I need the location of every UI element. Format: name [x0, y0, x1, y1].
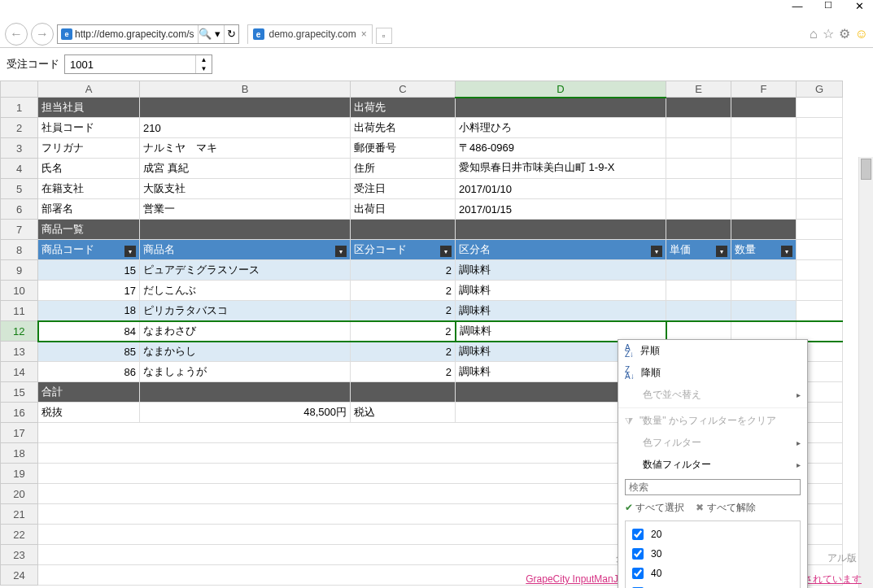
filter-icon[interactable]: ▾: [651, 246, 662, 257]
cell-A6[interactable]: 部署名: [38, 199, 140, 220]
filter-sort-asc[interactable]: AZ↓ 昇順: [618, 340, 807, 362]
cell-B14[interactable]: なましょうが: [140, 362, 351, 382]
col-A[interactable]: A: [38, 81, 140, 98]
rowhdr-10[interactable]: 10: [1, 281, 38, 301]
cell-A1[interactable]: 担当社員: [38, 98, 140, 118]
order-code-spinner[interactable]: ▲ ▼: [64, 54, 212, 74]
cell-B15[interactable]: [140, 382, 351, 403]
cell-G12[interactable]: [797, 321, 843, 342]
rowhdr-11[interactable]: 11: [1, 301, 38, 321]
cell-E3[interactable]: [666, 138, 731, 159]
rowhdr-15[interactable]: 15: [1, 382, 38, 403]
cell-B4[interactable]: 成宮 真紀: [140, 159, 351, 179]
cell-B9[interactable]: ピュアデミグラスソース: [140, 260, 351, 281]
cell-D1[interactable]: [456, 98, 666, 118]
scrollbar-thumb[interactable]: [861, 159, 871, 180]
filter-icon[interactable]: ▾: [440, 246, 452, 257]
filter-option[interactable]: 20: [629, 525, 797, 544]
cell-D10[interactable]: 調味料: [456, 281, 666, 301]
cell-F10[interactable]: [731, 281, 797, 301]
cell-B11[interactable]: ピリカラタバスコ: [140, 301, 351, 321]
cell-G8[interactable]: [797, 240, 843, 260]
cell-F2[interactable]: [731, 118, 797, 138]
cell-C13[interactable]: 2: [351, 342, 456, 362]
cell-E8[interactable]: 単価▾: [666, 240, 731, 260]
cell-F8[interactable]: 数量▾: [731, 240, 797, 260]
cell-C12[interactable]: 2: [351, 321, 456, 342]
cell-G1[interactable]: [797, 98, 843, 118]
filter-checkbox[interactable]: [632, 529, 644, 540]
smiley-icon[interactable]: ☺: [855, 27, 868, 41]
minimize-button[interactable]: —: [790, 0, 805, 12]
cell-B3[interactable]: ナルミヤ マキ: [140, 138, 351, 159]
cell-A10[interactable]: 17: [38, 281, 140, 301]
cell-B10[interactable]: だしこんぶ: [140, 281, 351, 301]
filter-icon[interactable]: ▾: [335, 246, 347, 257]
cell-C11[interactable]: 2: [351, 301, 456, 321]
filter-option[interactable]: 50: [629, 583, 797, 588]
cell-E2[interactable]: [666, 118, 731, 138]
tab-active[interactable]: demo.grapecity.com ×: [247, 24, 373, 44]
order-code-input[interactable]: [65, 55, 195, 73]
cell-F5[interactable]: [731, 179, 797, 199]
filter-search-input[interactable]: [625, 479, 801, 495]
cell-C15[interactable]: [351, 382, 456, 403]
filter-sort-desc[interactable]: ZA↓ 降順: [618, 362, 807, 384]
address-bar[interactable]: e http://demo.grapecity.com/s 🔍 ▾ ↻: [57, 24, 239, 44]
maximize-button[interactable]: ☐: [821, 0, 836, 11]
cell-B1[interactable]: [140, 98, 351, 118]
filter-icon[interactable]: ▾: [124, 246, 136, 257]
cell-G7[interactable]: [797, 220, 843, 240]
favorites-icon[interactable]: ☆: [823, 26, 834, 41]
cell-C7[interactable]: [351, 220, 456, 240]
cell-E9[interactable]: [666, 260, 731, 281]
cell-F4[interactable]: [731, 159, 797, 179]
cell-B5[interactable]: 大阪支社: [140, 179, 351, 199]
cell-D7[interactable]: [456, 220, 666, 240]
col-C[interactable]: C: [351, 81, 456, 98]
rowhdr-4[interactable]: 4: [1, 159, 38, 179]
cell-C6[interactable]: 出荷日: [351, 199, 456, 220]
cell-G6[interactable]: [797, 199, 843, 220]
cell-F9[interactable]: [731, 260, 797, 281]
cell-F1[interactable]: [731, 98, 797, 118]
cell-F3[interactable]: [731, 138, 797, 159]
rowhdr-3[interactable]: 3: [1, 138, 38, 159]
col-D[interactable]: D: [456, 81, 666, 98]
rowhdr-8[interactable]: 8: [1, 240, 38, 260]
cell-G11[interactable]: [797, 301, 843, 321]
cell-D2[interactable]: 小料理ひろ: [456, 118, 666, 138]
cell-D8[interactable]: 区分名▾: [456, 240, 666, 260]
cell-F11[interactable]: [731, 301, 797, 321]
cell-B7[interactable]: [140, 220, 351, 240]
filter-checkbox[interactable]: [632, 568, 644, 579]
cell-C2[interactable]: 出荷先名: [351, 118, 456, 138]
cell-A14[interactable]: 86: [38, 362, 140, 382]
col-F[interactable]: F: [731, 81, 797, 98]
rowhdr-14[interactable]: 14: [1, 362, 38, 382]
filter-checkbox[interactable]: [632, 548, 644, 560]
cell-E4[interactable]: [666, 159, 731, 179]
cell-E12[interactable]: [666, 321, 731, 342]
home-icon[interactable]: ⌂: [810, 27, 818, 41]
spinner-up-icon[interactable]: ▲: [196, 55, 212, 64]
cell-C14[interactable]: 2: [351, 362, 456, 382]
cell-G2[interactable]: [797, 118, 843, 138]
tab-close-icon[interactable]: ×: [361, 28, 367, 40]
rowhdr-2[interactable]: 2: [1, 118, 38, 138]
cell-E1[interactable]: [666, 98, 731, 118]
cell-D12-selected[interactable]: 調味料: [456, 321, 666, 342]
rowhdr-6[interactable]: 6: [1, 199, 38, 220]
cell-G3[interactable]: [797, 138, 843, 159]
rowhdr-5[interactable]: 5: [1, 179, 38, 199]
refresh-icon[interactable]: ↻: [224, 25, 238, 43]
cell-B6[interactable]: 営業一: [140, 199, 351, 220]
cell-C4[interactable]: 住所: [351, 159, 456, 179]
cell-C10[interactable]: 2: [351, 281, 456, 301]
close-button[interactable]: ✕: [852, 0, 866, 12]
cell-A7[interactable]: 商品一覧: [38, 220, 140, 240]
cell-E6[interactable]: [666, 199, 731, 220]
cell-B13[interactable]: なまからし: [140, 342, 351, 362]
cell-G5[interactable]: [797, 179, 843, 199]
filter-select-all[interactable]: ✔ すべて選択: [625, 501, 684, 515]
